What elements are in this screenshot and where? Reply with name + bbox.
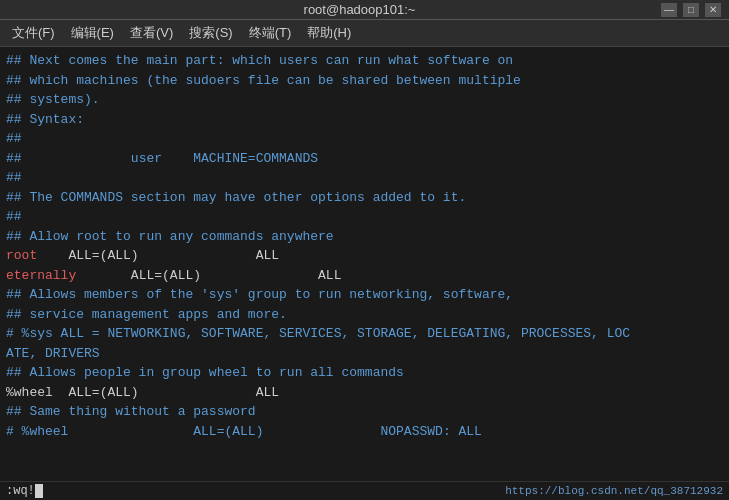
terminal-line: ## Allows people in group wheel to run a… bbox=[6, 363, 723, 383]
terminal-line: # %sys ALL = NETWORKING, SOFTWARE, SERVI… bbox=[6, 324, 723, 344]
title-text: root@hadoop101:~ bbox=[58, 2, 661, 17]
terminal-line: ## The COMMANDS section may have other o… bbox=[6, 188, 723, 208]
terminal-line: ## bbox=[6, 168, 723, 188]
terminal-line: eternally ALL=(ALL) ALL bbox=[6, 266, 723, 286]
terminal-line: ## Syntax: bbox=[6, 110, 723, 130]
status-bar: :wq! https://blog.csdn.net/qq_38712932 bbox=[0, 481, 729, 500]
menu-search[interactable]: 搜索(S) bbox=[181, 22, 240, 44]
terminal-line: ## service management apps and more. bbox=[6, 305, 723, 325]
terminal-line: ## Allow root to run any commands anywhe… bbox=[6, 227, 723, 247]
terminal-line: ## which machines (the sudoers file can … bbox=[6, 71, 723, 91]
title-controls[interactable]: — □ ✕ bbox=[661, 3, 721, 17]
menu-edit[interactable]: 编辑(E) bbox=[63, 22, 122, 44]
terminal-line: ## Allows members of the 'sys' group to … bbox=[6, 285, 723, 305]
terminal-line: ## user MACHINE=COMMANDS bbox=[6, 149, 723, 169]
terminal-line: ## Same thing without a password bbox=[6, 402, 723, 422]
terminal-line: root ALL=(ALL) ALL bbox=[6, 246, 723, 266]
source-link[interactable]: https://blog.csdn.net/qq_38712932 bbox=[505, 485, 723, 497]
menu-bar: 文件(F) 编辑(E) 查看(V) 搜索(S) 终端(T) 帮助(H) bbox=[0, 20, 729, 47]
minimize-button[interactable]: — bbox=[661, 3, 677, 17]
terminal-line: # %wheel ALL=(ALL) NOPASSWD: ALL bbox=[6, 422, 723, 442]
menu-help[interactable]: 帮助(H) bbox=[299, 22, 359, 44]
terminal-line: ## systems). bbox=[6, 90, 723, 110]
terminal-line: ATE, DRIVERS bbox=[6, 344, 723, 364]
title-bar: root@hadoop101:~ — □ ✕ bbox=[0, 0, 729, 20]
close-button[interactable]: ✕ bbox=[705, 3, 721, 17]
terminal-line: ## Next comes the main part: which users… bbox=[6, 51, 723, 71]
menu-terminal[interactable]: 终端(T) bbox=[241, 22, 300, 44]
terminal-line: ## bbox=[6, 207, 723, 227]
menu-view[interactable]: 查看(V) bbox=[122, 22, 181, 44]
menu-file[interactable]: 文件(F) bbox=[4, 22, 63, 44]
vim-command: :wq! bbox=[6, 484, 43, 498]
maximize-button[interactable]: □ bbox=[683, 3, 699, 17]
terminal-content: ## Next comes the main part: which users… bbox=[0, 47, 729, 491]
terminal-line: %wheel ALL=(ALL) ALL bbox=[6, 383, 723, 403]
terminal-line: ## bbox=[6, 129, 723, 149]
